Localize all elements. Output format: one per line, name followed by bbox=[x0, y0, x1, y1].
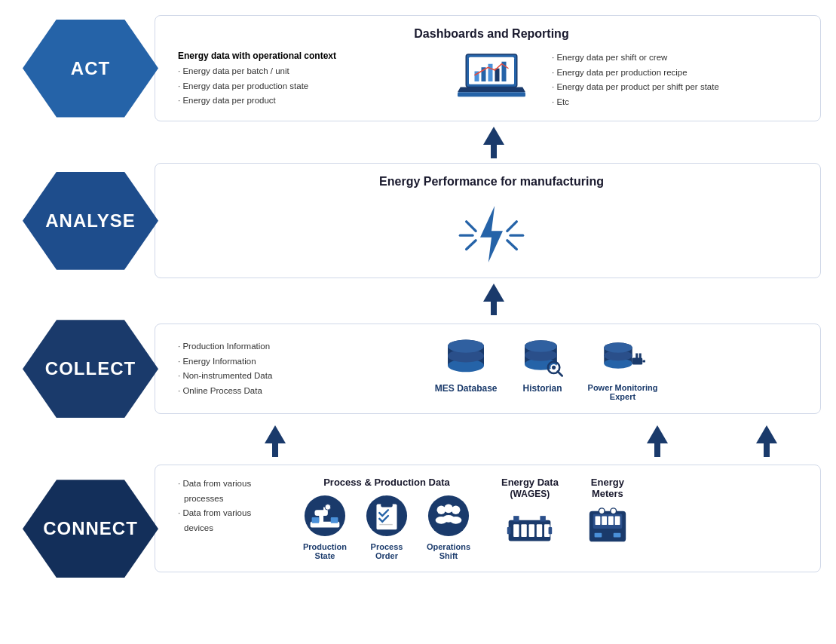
svg-point-20 bbox=[448, 339, 484, 352]
act-right-bullet-3: · Energy data per product per shift per … bbox=[552, 80, 805, 95]
act-bottom-section: Energy data with operational context · E… bbox=[178, 51, 805, 109]
mes-database-label: MES Database bbox=[435, 383, 498, 394]
energy-wages-icons bbox=[504, 505, 556, 549]
connect-bullet-2b: devices bbox=[178, 521, 283, 536]
svg-point-52 bbox=[437, 506, 446, 515]
collect-row: COLLECT · Production Information · Energ… bbox=[15, 320, 821, 418]
connect-label: CONNECT bbox=[43, 518, 138, 539]
mes-database-icon bbox=[443, 337, 488, 379]
collect-bullet-2: · Energy Information bbox=[178, 354, 272, 370]
analyse-icon-area bbox=[454, 202, 529, 266]
connect-bullet-1: · Data from various bbox=[178, 477, 283, 492]
energy-meter-icon bbox=[586, 505, 629, 549]
arrow-left bbox=[166, 425, 384, 457]
act-box-title: Dashboards and Reporting bbox=[178, 27, 805, 41]
historian-label: Historian bbox=[523, 383, 562, 394]
collect-hex-shape: COLLECT bbox=[23, 320, 158, 418]
main-diagram: ACT Dashboards and Reporting Energy data… bbox=[15, 15, 821, 578]
svg-point-44 bbox=[325, 504, 331, 511]
arrow-up-2 bbox=[483, 284, 504, 315]
collect-bullet-4: · Online Process Data bbox=[178, 384, 272, 399]
svg-rect-61 bbox=[529, 524, 534, 537]
collect-bullet-1: · Production Information bbox=[178, 339, 272, 354]
svg-rect-73 bbox=[615, 517, 620, 526]
historian-icon bbox=[520, 337, 565, 379]
svg-point-74 bbox=[599, 508, 605, 514]
energy-meter-item bbox=[581, 505, 634, 549]
collect-left-info: · Production Information · Energy Inform… bbox=[178, 339, 272, 398]
operations-shift-label: OperationsShift bbox=[427, 542, 470, 560]
collect-bullets: · Production Information · Energy Inform… bbox=[178, 339, 272, 398]
svg-point-25 bbox=[525, 340, 557, 351]
act-right-bullet-4: · Etc bbox=[552, 95, 805, 110]
connect-hex: CONNECT bbox=[15, 480, 166, 578]
svg-rect-46 bbox=[331, 517, 338, 523]
arrow-head-3 bbox=[265, 425, 286, 443]
arrow-up-3 bbox=[265, 425, 286, 457]
connect-box-content: · Data from various processes · Data fro… bbox=[178, 477, 805, 560]
analyse-hex-shape: ANALYSE bbox=[23, 172, 158, 270]
operations-shift-icon bbox=[427, 494, 470, 538]
act-right-bullets: · Energy data per shift or crew · Energy… bbox=[552, 51, 805, 109]
svg-point-56 bbox=[444, 504, 453, 514]
arrow-middle bbox=[384, 425, 603, 457]
svg-rect-37 bbox=[639, 353, 642, 359]
act-laptop-area bbox=[446, 51, 537, 103]
act-bullet-2: · Energy data per production state bbox=[178, 79, 431, 94]
arrow-right-2 bbox=[712, 425, 821, 457]
connect-content-box: · Data from various processes · Data fro… bbox=[155, 465, 821, 572]
analyse-box-title: Energy Performance for manufacturing bbox=[379, 175, 604, 189]
process-order-label: ProcessOrder bbox=[371, 542, 403, 560]
laptop-icon bbox=[458, 51, 525, 103]
svg-rect-5 bbox=[495, 69, 500, 81]
lightning-icon bbox=[454, 202, 529, 266]
act-left-bullets: · Energy data per batch / unit · Energy … bbox=[178, 64, 431, 109]
svg-rect-70 bbox=[595, 517, 600, 526]
act-hex-shape: ACT bbox=[23, 20, 158, 118]
svg-rect-65 bbox=[540, 516, 546, 521]
svg-rect-77 bbox=[614, 533, 621, 538]
svg-rect-59 bbox=[514, 524, 519, 537]
act-row: ACT Dashboards and Reporting Energy data… bbox=[15, 15, 821, 121]
svg-line-9 bbox=[467, 222, 476, 232]
svg-rect-45 bbox=[312, 517, 320, 523]
act-bullet-1: · Energy data per batch / unit bbox=[178, 64, 431, 79]
arrow-shaft-5 bbox=[764, 443, 770, 457]
act-label: ACT bbox=[71, 58, 110, 79]
arrow-right-1 bbox=[602, 425, 712, 457]
arrow-up-1 bbox=[483, 127, 504, 158]
mes-database-item: MES Database bbox=[435, 337, 498, 394]
connect-left-text: · Data from various processes · Data fro… bbox=[178, 477, 283, 535]
connect-hex-shape: CONNECT bbox=[23, 480, 158, 578]
svg-rect-67 bbox=[549, 527, 553, 534]
svg-line-29 bbox=[557, 371, 562, 376]
arrow-up-5 bbox=[756, 425, 777, 457]
arrow-head-2 bbox=[483, 284, 504, 302]
connect-row: CONNECT · Data from various processes · … bbox=[15, 465, 821, 578]
process-group-icons: ProductionState bbox=[299, 494, 475, 560]
collect-box-content: · Production Information · Energy Inform… bbox=[178, 337, 805, 401]
energy-meters-header: EnergyMeters bbox=[591, 477, 624, 499]
svg-point-34 bbox=[604, 342, 632, 353]
analyse-content-box: Energy Performance for manufacturing bbox=[155, 163, 821, 278]
act-content-box: Dashboards and Reporting Energy data wit… bbox=[155, 15, 821, 121]
process-order-item: ProcessOrder bbox=[360, 494, 413, 560]
arrow-head-1 bbox=[483, 127, 504, 145]
svg-point-54 bbox=[452, 506, 461, 515]
analyse-row: ANALYSE Energy Performance for manufactu… bbox=[15, 163, 821, 278]
wages-meter-item bbox=[504, 505, 556, 549]
historian-item: Historian bbox=[520, 337, 565, 394]
connect-process-group: Process & Production Data bbox=[299, 477, 475, 560]
production-state-item: ProductionState bbox=[299, 494, 351, 560]
analyse-hex: ANALYSE bbox=[15, 172, 166, 270]
connect-energy-wages-group: Energy Data(WAGES) bbox=[501, 477, 559, 549]
arrow-head-4 bbox=[647, 425, 668, 443]
act-bullet-3: · Energy data per product bbox=[178, 94, 431, 109]
svg-point-75 bbox=[611, 508, 617, 514]
collect-hex: COLLECT bbox=[15, 320, 166, 418]
svg-rect-60 bbox=[522, 524, 527, 537]
arrow-up-4 bbox=[647, 425, 668, 457]
act-left-text: Energy data with operational context · E… bbox=[178, 51, 431, 109]
svg-rect-38 bbox=[642, 360, 645, 362]
svg-rect-62 bbox=[537, 524, 542, 537]
